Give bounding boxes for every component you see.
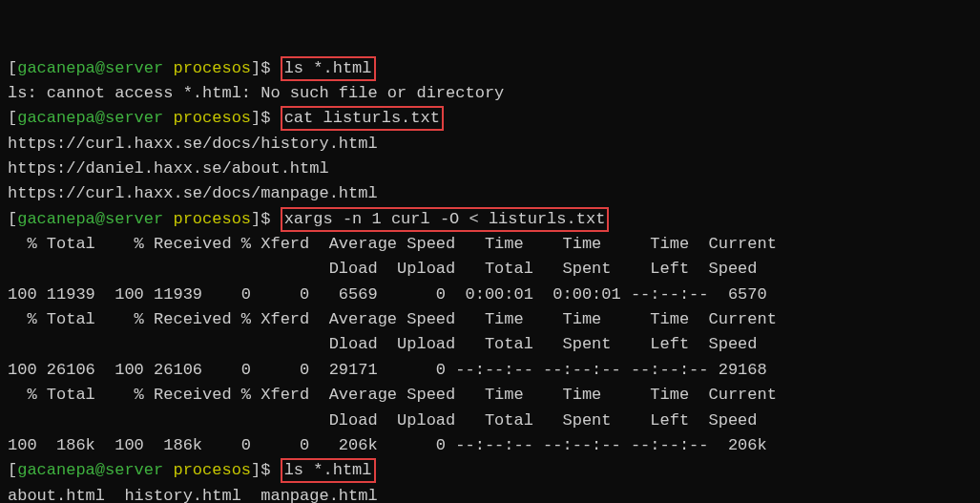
output-url-2: https://daniel.haxx.se/about.html <box>8 159 329 178</box>
prompt-line: [gacanepa@server procesos]$ <box>8 109 281 127</box>
output-ls-result: about.html history.html manpage.html <box>8 487 378 503</box>
prompt-user-host: gacanepa@server <box>17 109 163 127</box>
command-ls-html-2: ls *.html <box>281 458 376 483</box>
curl-progress-header: % Total % Received % Xferd Average Speed… <box>8 235 777 253</box>
prompt-user-host: gacanepa@server <box>17 210 163 228</box>
prompt-path: procesos <box>173 109 251 127</box>
command-ls-html-1: ls *.html <box>281 56 376 81</box>
output-ls-error: ls: cannot access *.html: No such file o… <box>8 84 504 102</box>
command-xargs-curl: xargs -n 1 curl -O < listurls.txt <box>281 207 610 232</box>
prompt-path: procesos <box>173 461 251 479</box>
prompt-line: [gacanepa@server procesos]$ <box>8 59 281 77</box>
curl-progress-header: % Total % Received % Xferd Average Speed… <box>8 386 777 404</box>
prompt-user-host: gacanepa@server <box>17 59 163 77</box>
curl-progress-header2: Dload Upload Total Spent Left Speed <box>8 260 758 278</box>
curl-progress-header: % Total % Received % Xferd Average Speed… <box>8 310 777 328</box>
prompt-user-host: gacanepa@server <box>17 461 163 479</box>
curl-progress-header2: Dload Upload Total Spent Left Speed <box>8 411 758 430</box>
output-url-3: https://curl.haxx.se/docs/manpage.html <box>8 184 378 202</box>
prompt-path: procesos <box>173 210 251 228</box>
curl-progress-row: 100 26106 100 26106 0 0 29171 0 --:--:--… <box>8 361 767 379</box>
command-cat-listurls: cat listurls.txt <box>281 106 444 131</box>
prompt-path: procesos <box>173 59 251 77</box>
curl-progress-row: 100 11939 100 11939 0 0 6569 0 0:00:01 0… <box>8 285 767 304</box>
output-url-1: https://curl.haxx.se/docs/history.html <box>8 135 378 153</box>
prompt-line: [gacanepa@server procesos]$ <box>8 461 281 479</box>
curl-progress-header2: Dload Upload Total Spent Left Speed <box>8 335 758 353</box>
terminal-output: [gacanepa@server procesos]$ ls *.html ls… <box>8 56 972 503</box>
prompt-line: [gacanepa@server procesos]$ <box>8 210 281 228</box>
curl-progress-row: 100 186k 100 186k 0 0 206k 0 --:--:-- --… <box>8 436 767 454</box>
